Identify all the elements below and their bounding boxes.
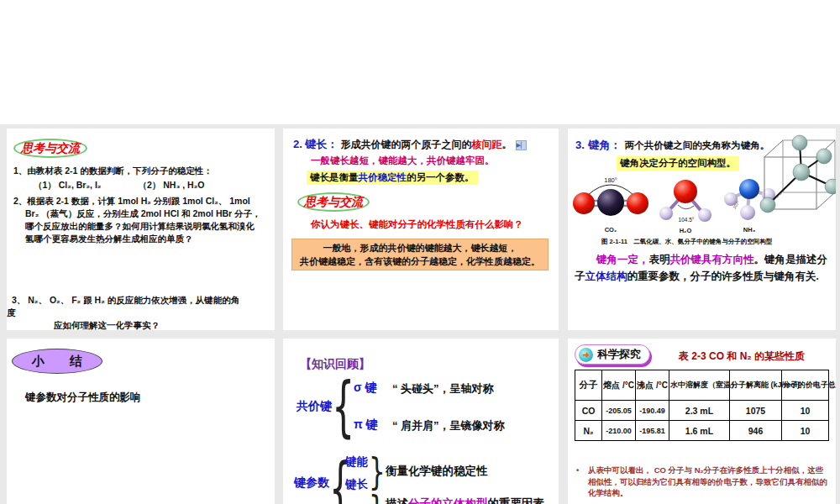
hl-text: 的另一个参数。 [407, 172, 475, 182]
bond-angle-heading: 3. 键角： 两个共价键之间的夹角称为键角。 [575, 137, 769, 153]
definition-period: 。 [502, 139, 512, 150]
co-n2-properties-table: 分子 熔点 /°C 沸点 /°C 水中溶解度（室温） 分子解离能 (kJ/mol… [575, 370, 829, 441]
table-note: • 从表中可以看出， CO 分子与 N₂分子在许多性质上十分相似，这些相似性，可… [575, 465, 830, 499]
col-header: 熔点 /°C [602, 370, 636, 401]
h2o-angle-label: 104.5° [679, 217, 695, 223]
slide-thumbnail-6[interactable]: ➜ 科学探究 表 2-3 CO 和 N₂ 的某些性质 分子 熔点 /°C 沸点 … [568, 339, 836, 504]
geometry-desc: 描述分子的立体构型的重要因素 [386, 496, 544, 504]
sigma-bond-label: σ 键 [354, 381, 376, 396]
figure-caption: 图 2-1-11 二氧化碳、水、氨分子中的键角与分子的空间构型 [601, 238, 772, 246]
co2-angle-label: 180° [604, 176, 617, 184]
question-2-line: Br₂ （蒸气）反应，分别生成 2mol HCl 和 2mol HBr 分子， [25, 207, 261, 220]
bond-length-heading: 2. 键长： 形成共价键的两个原子之间的核间距。▶▏ [293, 137, 527, 152]
think-exchange-badge: 思考与交流 [297, 192, 370, 212]
para-keyword: 共价键具有方向性 [670, 254, 754, 265]
covalent-bond-label: 共价键 [297, 399, 332, 414]
bond-length-label: 键长 [345, 477, 368, 492]
q1-group-b: （2） NH₃ , H₂O [139, 180, 205, 190]
discussion-question: 你认为键长、键能对分子的化学性质有什么影响？ [311, 218, 523, 231]
summary-badge: 小 结 [12, 349, 102, 374]
answer-box: 一般地，形成的共价键的键能越大，键长越短， 共价键越稳定，含有该键的分子越稳定，… [291, 239, 549, 270]
para-keyword: 立体结构 [585, 270, 627, 282]
science-inquiry-badge: ➜ 科学探究 [575, 344, 650, 365]
question-3-line: 应如何理解这一化学事实？ [54, 319, 160, 330]
question-2-line: 2、根据表 2-1 数据，计算 1mol H₂ 分别跟 1mol Cl₂、 1m… [13, 195, 250, 207]
cell-molecule: N₂ [575, 421, 602, 441]
slide-thumbnail-3[interactable]: 3. 键角： 两个共价键之间的夹角称为键角。 键角决定分子的空间构型。 180° [568, 129, 836, 330]
cell-dissociation: 1075 [730, 401, 782, 421]
summary-text: 键参数对分子性质的影响 [25, 391, 141, 405]
right-brace: } [369, 488, 386, 504]
hl-keyword: 共价稳定性 [359, 172, 407, 182]
definition-keyword: 核间距 [472, 139, 502, 150]
media-next-icon[interactable]: ▶▏ [516, 140, 527, 150]
bond-length-parameter-note: 键长是衡量共价稳定性的另一个参数。 [307, 171, 478, 185]
cell-valence: 10 [782, 421, 829, 441]
cell-boiling: -190.49 [636, 401, 669, 421]
heading-number: 2. [293, 138, 302, 150]
cell-valence: 10 [782, 401, 829, 421]
h2o-molecule-model: 104.5° H₂O [655, 177, 716, 236]
q1-group-a: （1） Cl₂, Br₂, I₂ [34, 180, 102, 190]
definition-text: 形成共价键的两个原子之间的 [341, 139, 472, 150]
stability-desc: 衡量化学键的稳定性 [386, 464, 488, 479]
para-text: 的重要参数，分子的许多性质与键角有关. [627, 270, 819, 282]
hl-text: 键长是衡量 [310, 172, 359, 182]
question-3-line: 3、 N₂、 O₂、 F₂ 跟 H₂ 的反应能力依次增强，从键能的角 [12, 294, 239, 307]
desc-text: 描述 [386, 497, 408, 504]
para-keyword: 键角一定， [596, 254, 649, 265]
question-2-line: 哪个反应放出的能量多？如何用计算结果说明氯化氢和溴化 [25, 220, 255, 233]
heading-term: 键长： [305, 138, 338, 150]
bond-parameter-label: 键参数 [294, 475, 329, 491]
table-row: CO -205.05 -190.49 2.3 mL 1075 10 [575, 401, 829, 421]
question-1-line: 1、由教材表 2-1 的数据判断，下列分子的稳定性： [13, 165, 213, 177]
cell-molecule: CO [575, 401, 602, 421]
answer-line: 一般地，形成的共价键的键能越大，键长越短， [294, 241, 546, 255]
note-text: 从表中可以看出， CO 分子与 N₂分子在许多性质上十分相似，这些相似性，可以归… [588, 465, 827, 497]
bond-length-rule: 一般键长越短，键能越大，共价键越牢固。 [311, 155, 495, 167]
slide-thumbnail-1[interactable]: 思考与交流 1、由教材表 2-1 的数据判断，下列分子的稳定性： （1） Cl₂… [7, 129, 275, 330]
inquiry-arrow-icon: ➜ [579, 348, 593, 362]
definition-text: 两个共价键之间的夹角称为键角。 [625, 140, 770, 150]
cell-solubility: 1.6 mL [669, 421, 730, 441]
co2-molecule-model: 180° CO₂ [570, 175, 659, 235]
col-header: 分子的价电子总数 [782, 370, 829, 401]
cell-dissociation: 946 [730, 421, 782, 441]
pi-bond-label: π 键 [354, 417, 378, 433]
bond-energy-label: 键能 [345, 454, 368, 470]
co2-formula-label: CO₂ [605, 226, 617, 234]
inquiry-label: 科学探究 [597, 347, 641, 362]
question-2-line: 氢哪个更容易发生热分解生成相应的单质？ [25, 233, 193, 245]
page-top-margin [0, 0, 840, 124]
h2o-formula-label: H₂O [680, 227, 692, 234]
desc-text: 的重要因素 [488, 497, 545, 504]
col-header: 沸点 /°C [636, 370, 669, 401]
heading-number: 3. [575, 139, 585, 151]
answer-line: 共价键越稳定，含有该键的分子越稳定，化学性质越稳定。 [294, 255, 546, 268]
col-header: 分子 [575, 370, 602, 401]
question-3-line: 度 [7, 307, 16, 319]
para-text: 表明 [649, 254, 670, 265]
table-header-row: 分子 熔点 /°C 沸点 /°C 水中溶解度（室温） 分子解离能 (kJ/mol… [575, 370, 829, 401]
slide-thumbnail-4[interactable]: 小 结 键参数对分子性质的影响 [7, 339, 275, 504]
think-exchange-badge: 思考与交流 [13, 139, 87, 158]
tetrahedral-lattice-model [759, 134, 836, 218]
cell-melting: -210.00 [602, 421, 636, 441]
right-brace: } [369, 450, 386, 493]
nh3-formula-label: NH₃ [743, 226, 756, 234]
bond-angle-note: 键角决定分子的空间构型。 [617, 156, 739, 171]
col-header: 分子解离能 (kJ/mol) [730, 370, 782, 401]
pi-bond-desc: “ 肩并肩”，呈镜像对称 [392, 418, 505, 433]
bond-angle-paragraph: 键角一定，表明共价键具有方向性。键角是描述分子立体结构的重要参数，分子的许多性质… [575, 251, 833, 285]
desc-keyword: 分子的立体构型 [408, 497, 488, 504]
table-row: N₂ -210.00 -195.81 1.6 mL 946 10 [575, 421, 829, 441]
slide-thumbnail-2[interactable]: 2. 键长： 形成共价键的两个原子之间的核间距。▶▏ 一般键长越短，键能越大，共… [283, 129, 559, 330]
slide-thumbnail-5[interactable]: 【知识回顾】 共价键 { σ 键 “ 头碰头”，呈轴对称 π 键 “ 肩并肩”，… [283, 339, 559, 504]
col-header: 水中溶解度（室温） [669, 370, 730, 401]
table-title: 表 2-3 CO 和 N₂ 的某些性质 [679, 349, 805, 364]
heading-term: 键角： [588, 139, 621, 151]
question-1-items: （1） Cl₂, Br₂, I₂（2） NH₃ , H₂O [34, 179, 204, 192]
bullet-icon: • [576, 465, 579, 476]
cell-melting: -205.05 [602, 401, 636, 421]
cell-boiling: -195.81 [636, 421, 669, 441]
